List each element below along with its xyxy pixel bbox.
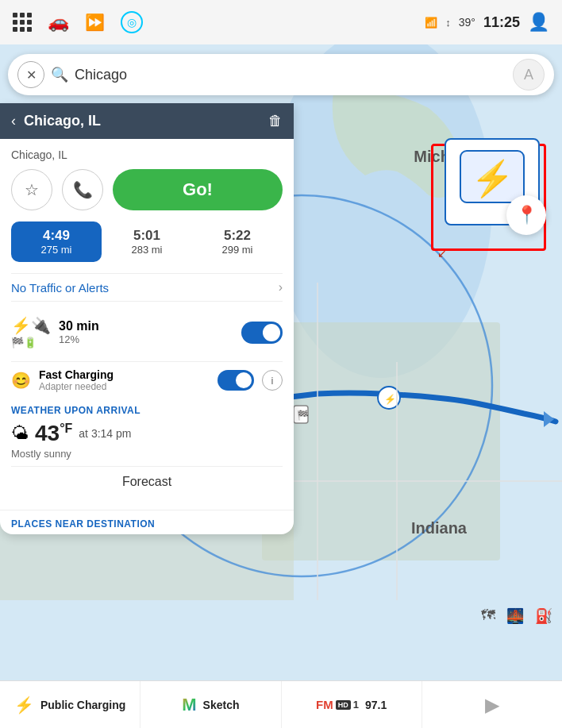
ev-charging-icon: ⚡🔌 🏁🔋 [11,316,51,349]
time-display: 11:25 [483,14,520,31]
call-button[interactable]: 📞 [62,169,103,210]
forecast-button[interactable]: Forecast [11,466,283,497]
charging-row: ⚡🔌 🏁🔋 30 min 12% [11,311,283,353]
charging-battery: 12% [59,333,233,345]
charging-nav-label: Public Charging [40,699,125,711]
route-options: 4:49 275 mi 5:01 283 mi 5:22 299 mi [11,221,283,262]
map-icon[interactable]: 🗺 [481,607,495,625]
compass-button[interactable]: A [513,59,545,91]
weather-section-label: WEATHER UPON ARRIVAL [11,405,283,416]
search-bar: ✕ 🔍 A [8,54,554,95]
places-near-label: PLACES NEAR DESTINATION [0,510,294,534]
grid-icon[interactable] [13,13,32,32]
weather-time: at 3:14 pm [79,427,131,440]
svg-text:⚡: ⚡ [384,393,396,405]
nav-item-charging[interactable]: ⚡ Public Charging [0,681,140,728]
map-arrow: ↙ [437,247,447,260]
search-close-button[interactable]: ✕ [17,61,44,88]
weather-description: Mostly sunny [11,448,283,460]
search-icon: 🔍 [51,66,68,83]
more-icon: ▶ [485,694,499,716]
bridge-icon[interactable]: 🌉 [506,607,524,625]
fast-charge-info: Fast Charging Adapter needed [39,368,210,392]
panel-body: Chicago, IL ☆ 📞 Go! 4:49 275 mi 5:01 283… [0,139,294,510]
fm-freq: 97.1 [365,699,387,711]
favorite-button[interactable]: ☆ [11,169,52,210]
fast-charge-info-button[interactable]: i [262,370,283,391]
charging-toggle[interactable] [241,322,283,344]
status-bar: 🚗 ⏩ ◎ 📶 ↕ 39° 11:25 👤 [0,0,562,44]
route-option-1[interactable]: 4:49 275 mi [11,221,102,262]
fast-charge-row: 😊 Fast Charging Adapter needed i [11,361,283,399]
actions-row: ☆ 📞 Go! [11,169,283,210]
route-option-3[interactable]: 5:22 299 mi [192,221,283,262]
svg-text:🏁: 🏁 [297,409,309,421]
weather-temperature: 43°F [35,421,72,446]
sketch-nav-icon: M [182,695,196,715]
bottom-nav: ⚡ Public Charging M Sketch FM HD 1 97.1 … [0,680,562,728]
fast-charge-title: Fast Charging [39,368,210,381]
user-icon[interactable]: 👤 [528,12,549,33]
panel-subtitle: Chicago, IL [11,148,283,161]
nav-item-fm[interactable]: FM HD 1 97.1 [282,681,422,728]
alexa-icon[interactable]: ◎ [121,11,143,33]
indiana-label: Indiana [411,519,467,537]
search-input[interactable] [68,67,513,83]
go-button[interactable]: Go! [113,169,283,210]
weather-row: 🌤 43°F at 3:14 pm [11,421,283,446]
map-bottom-icons: 🗺 🌉 ⛽ [481,607,552,625]
temperature-display: 39° [459,16,475,29]
sketch-nav-label: Sketch [203,699,240,711]
panel-title: Chicago, IL [24,113,260,129]
svg-text:⚡: ⚡ [471,158,514,199]
chevron-right-icon: › [279,280,283,295]
status-bar-right: 📶 ↕ 39° 11:25 👤 [425,12,549,33]
status-bar-left: 🚗 ⏩ ◎ [13,11,143,33]
signal-icon: ↕ [445,17,451,29]
car-icon[interactable]: 🚗 [48,12,69,33]
fuel-icon[interactable]: ⛽ [535,607,552,625]
fast-charge-toggle[interactable] [217,370,254,391]
location-button[interactable]: 📍 [506,195,546,235]
charging-time: 30 min [59,319,233,333]
route-option-2[interactable]: 5:01 283 mi [102,221,192,262]
nav-item-sketch[interactable]: M Sketch [140,681,281,728]
panel-header: ‹ Chicago, IL 🗑 [0,103,294,139]
weather-icon: 🌤 [11,423,29,444]
traffic-label: No Traffic or Alerts [11,281,109,295]
fast-charge-subtitle: Adapter needed [39,381,210,392]
nav-item-more[interactable]: ▶ [422,681,562,728]
charging-info: 30 min 12% [59,319,233,345]
traffic-row[interactable]: No Traffic or Alerts › [11,273,283,302]
side-panel: ‹ Chicago, IL 🗑 Chicago, IL ☆ 📞 Go! 4:49… [0,103,294,534]
panel-delete-button[interactable]: 🗑 [268,113,283,129]
weather-section: WEATHER UPON ARRIVAL 🌤 43°F at 3:14 pm M… [11,402,283,500]
panel-back-button[interactable]: ‹ [11,113,16,129]
wifi-icon: 📶 [425,17,437,29]
media-icon[interactable]: ⏩ [85,13,105,32]
fm-icon: FM HD 1 [316,698,359,711]
charging-nav-icon: ⚡ [14,695,34,715]
fast-charge-icon: 😊 [11,371,31,390]
